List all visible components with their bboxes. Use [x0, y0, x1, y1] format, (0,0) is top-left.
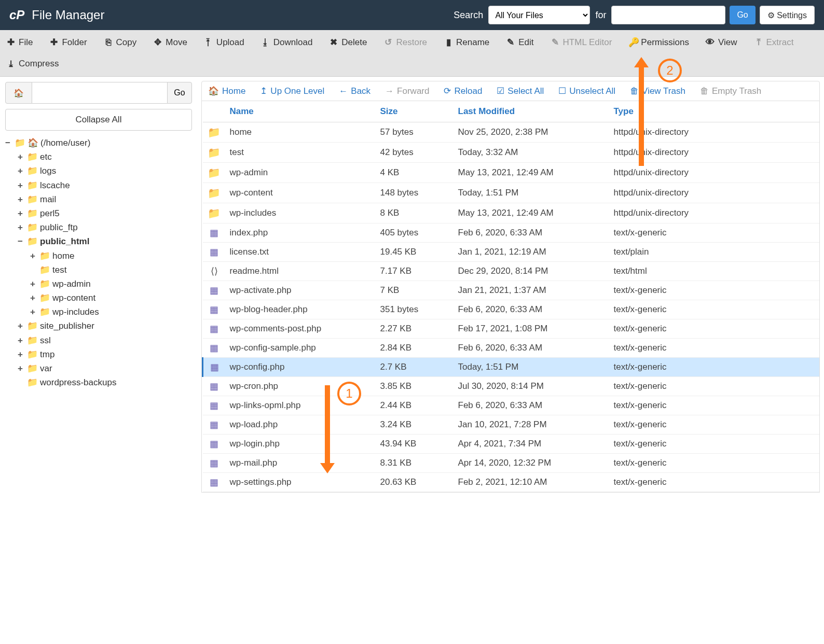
table-row[interactable]: 📁wp-includes8 KBMay 13, 2021, 12:49 AMht…: [203, 203, 820, 223]
tree-node[interactable]: +📁wp-admin: [30, 277, 192, 291]
file-name: wp-blog-header.php: [226, 300, 376, 319]
expand-toggle[interactable]: +: [18, 361, 25, 375]
expand-toggle[interactable]: +: [18, 319, 25, 333]
permissions-button[interactable]: 🔑Permissions: [627, 35, 690, 50]
expand-toggle[interactable]: +: [18, 164, 25, 178]
move-button[interactable]: ✥Move: [152, 35, 188, 50]
file-name: wp-activate.php: [226, 281, 376, 300]
compress-button[interactable]: ⤓Compress: [5, 57, 60, 72]
tree-node[interactable]: +📁perl5: [18, 206, 192, 220]
table-row[interactable]: ▦index.php405 bytesFeb 6, 2020, 6:33 AMt…: [203, 223, 820, 243]
collapse-all-button[interactable]: Collapse All: [5, 109, 192, 131]
expand-toggle[interactable]: +: [30, 277, 37, 291]
table-row[interactable]: ▦wp-mail.php8.31 KBApr 14, 2020, 12:32 P…: [203, 454, 820, 473]
file-size: 42 bytes: [376, 143, 454, 163]
settings-button[interactable]: ⚙ Settings: [760, 6, 815, 24]
tree-node[interactable]: 📁wordpress-backups: [18, 375, 192, 389]
restore-button[interactable]: ↺Restore: [382, 35, 428, 50]
table-row[interactable]: ▦wp-settings.php20.63 KBFeb 2, 2021, 12:…: [203, 473, 820, 492]
tree-node[interactable]: +📁tmp: [18, 347, 192, 361]
table-row[interactable]: ▦wp-config-sample.php2.84 KBFeb 6, 2020,…: [203, 339, 820, 358]
tree-root[interactable]: −📁🏠(/home/user): [5, 136, 192, 150]
back-button[interactable]: ←Back: [339, 86, 370, 96]
html-editor-button[interactable]: ✎HTML Editor: [550, 35, 613, 50]
file-modified: Jan 10, 2021, 7:28 PM: [454, 415, 610, 435]
rename-button[interactable]: ▮Rename: [443, 35, 490, 50]
expand-toggle[interactable]: +: [18, 333, 25, 347]
file-icon: ▦: [210, 381, 218, 391]
search-go-button[interactable]: Go: [730, 6, 755, 24]
col-size[interactable]: Size: [376, 101, 454, 122]
tree-node[interactable]: +📁logs: [18, 164, 192, 178]
tree-node[interactable]: +📁wp-content: [30, 291, 192, 305]
download-button[interactable]: ⭳Download: [260, 35, 314, 50]
table-row[interactable]: 📁test42 bytesToday, 3:32 AMhttpd/unix-di…: [203, 143, 820, 163]
expand-toggle[interactable]: +: [18, 220, 25, 234]
edit-button[interactable]: ✎Edit: [505, 35, 534, 50]
table-row[interactable]: ▦wp-activate.php7 KBJan 21, 2021, 1:37 A…: [203, 281, 820, 300]
tree-node[interactable]: +📁site_publisher: [18, 319, 192, 333]
extract-button[interactable]: ⤒Extract: [753, 35, 795, 50]
expand-toggle[interactable]: +: [30, 291, 37, 305]
search-input[interactable]: [611, 6, 725, 24]
up-one-level-button[interactable]: ↥Up One Level: [260, 86, 324, 96]
table-row[interactable]: ▦wp-login.php43.94 KBApr 4, 2021, 7:34 P…: [203, 435, 820, 454]
search-scope-select[interactable]: All Your Files: [488, 6, 590, 24]
col-modified[interactable]: Last Modified: [454, 101, 610, 122]
tree-node[interactable]: +📁public_ftp: [18, 220, 192, 234]
unselect-all-button[interactable]: ☐Unselect All: [558, 86, 615, 96]
tree-node-label: public_html: [40, 234, 89, 248]
select-all-button[interactable]: ☑Select All: [497, 86, 544, 96]
expand-toggle[interactable]: +: [18, 150, 25, 164]
expand-toggle[interactable]: +: [18, 206, 25, 220]
tree-node[interactable]: +📁home: [30, 249, 192, 263]
tree-node[interactable]: +📁lscache: [18, 178, 192, 192]
reload-button[interactable]: ⟳Reload: [444, 86, 482, 96]
expand-toggle[interactable]: +: [18, 192, 25, 206]
file-modified: Dec 29, 2020, 8:14 PM: [454, 262, 610, 281]
table-row[interactable]: ⟨⟩readme.html7.17 KBDec 29, 2020, 8:14 P…: [203, 262, 820, 281]
table-row[interactable]: ▦wp-config.php2.7 KBToday, 1:51 PMtext/x…: [203, 358, 820, 377]
delete-button[interactable]: ✖Delete: [328, 35, 368, 50]
tree-node[interactable]: 📁test: [30, 263, 192, 277]
copy-button[interactable]: ⎘Copy: [103, 35, 138, 50]
tree-node[interactable]: +📁wp-includes: [30, 305, 192, 319]
file-size: 3.85 KB: [376, 377, 454, 396]
col-name[interactable]: Name: [226, 101, 376, 122]
new-folder-button[interactable]: ✚Folder: [48, 35, 88, 50]
upload-button[interactable]: ⭱Upload: [203, 35, 245, 50]
file-modified: Feb 2, 2021, 12:10 AM: [454, 473, 610, 492]
view-button[interactable]: 👁View: [705, 35, 738, 50]
table-row[interactable]: 📁wp-content148 bytesToday, 1:51 PMhttpd/…: [203, 183, 820, 203]
expand-toggle[interactable]: +: [30, 249, 37, 263]
new-file-button[interactable]: ✚File: [5, 35, 34, 50]
tree-node[interactable]: +📁var: [18, 361, 192, 375]
tree-node[interactable]: +📁ssl: [18, 333, 192, 347]
table-row[interactable]: 📁wp-admin4 KBMay 13, 2021, 12:49 AMhttpd…: [203, 163, 820, 183]
table-row[interactable]: ▦wp-links-opml.php2.44 KBFeb 6, 2020, 6:…: [203, 396, 820, 415]
expand-toggle[interactable]: +: [18, 178, 25, 192]
tree-node-label: mail: [40, 192, 56, 206]
empty-trash-button[interactable]: 🗑Empty Trash: [700, 86, 761, 96]
forward-button[interactable]: →Forward: [385, 86, 429, 96]
pencil-icon: ✎: [506, 37, 515, 48]
file-name: wp-admin: [226, 163, 376, 183]
table-row[interactable]: 📁home57 bytesNov 25, 2020, 2:38 PMhttpd/…: [203, 122, 820, 143]
nav-home-button[interactable]: 🏠Home: [208, 86, 245, 96]
table-row[interactable]: ▦wp-comments-post.php2.27 KBFeb 17, 2021…: [203, 319, 820, 339]
folder-tree: −📁🏠(/home/user) +📁etc+📁logs+📁lscache+📁ma…: [5, 136, 192, 389]
tree-node[interactable]: −📁public_html: [18, 234, 192, 248]
expand-toggle[interactable]: +: [30, 305, 37, 319]
table-row[interactable]: ▦license.txt19.45 KBJan 1, 2021, 12:19 A…: [203, 243, 820, 262]
table-row[interactable]: ▦wp-blog-header.php351 bytesFeb 6, 2020,…: [203, 300, 820, 319]
expand-toggle[interactable]: −: [18, 234, 25, 248]
path-go-button[interactable]: Go: [167, 82, 192, 104]
path-input[interactable]: [32, 82, 167, 104]
file-name: wp-load.php: [226, 415, 376, 435]
table-row[interactable]: ▦wp-cron.php3.85 KBJul 30, 2020, 8:14 PM…: [203, 377, 820, 396]
tree-node[interactable]: +📁etc: [18, 150, 192, 164]
table-row[interactable]: ▦wp-load.php3.24 KBJan 10, 2021, 7:28 PM…: [203, 415, 820, 435]
tree-node[interactable]: +📁mail: [18, 192, 192, 206]
expand-toggle[interactable]: +: [18, 347, 25, 361]
sidebar-home-button[interactable]: 🏠: [5, 82, 32, 104]
